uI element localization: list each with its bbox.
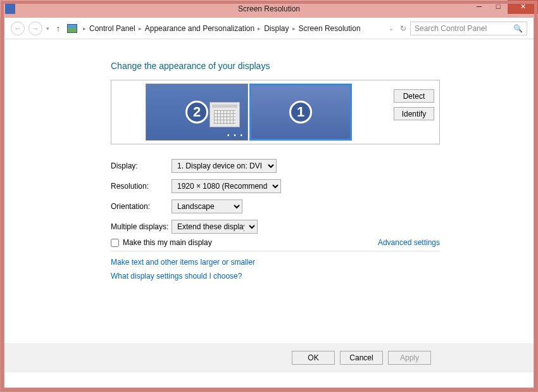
checkbox-input[interactable] [111, 239, 119, 247]
maximize-button[interactable]: □ [489, 0, 508, 14]
search-icon: 🔍 [513, 24, 523, 33]
divider [111, 251, 440, 251]
monitor-1[interactable]: 1 [249, 84, 352, 141]
apply-button[interactable]: Apply [388, 351, 431, 365]
identify-button[interactable]: Identify [394, 107, 434, 120]
detect-button[interactable]: Detect [394, 89, 434, 103]
resolution-select[interactable]: 1920 × 1080 (Recommended) [172, 179, 281, 193]
orientation-select[interactable]: Landscape [172, 199, 242, 213]
monitor-number: 2 [185, 101, 208, 123]
display-label: Display: [111, 161, 172, 170]
main-display-checkbox[interactable]: Make this my main display [111, 238, 212, 247]
search-input[interactable]: Search Control Panel 🔍 [410, 22, 527, 35]
history-dropdown-icon[interactable]: ▾ [46, 25, 49, 32]
monitor-number: 1 [289, 101, 312, 123]
dots-icon: • • • [227, 132, 244, 139]
crumb-item[interactable]: Appearance and Personalization [145, 24, 254, 33]
page-heading: Change the appearance of your displays [111, 61, 483, 71]
chevron-right-icon: ▸ [81, 25, 88, 32]
ok-button[interactable]: OK [292, 351, 335, 365]
orientation-label: Orientation: [111, 202, 172, 211]
help-link[interactable]: What display settings should I choose? [111, 272, 483, 281]
toolbar: ← → ▾ ↑ ▸ Control Panel ▸ Appearance and… [4, 18, 534, 39]
window-thumbnail-icon [210, 102, 240, 127]
multiple-displays-label: Multiple displays: [111, 222, 172, 231]
search-placeholder: Search Control Panel [415, 24, 487, 33]
breadcrumb[interactable]: ▸ Control Panel ▸ Appearance and Persona… [81, 24, 406, 33]
display-preview: 2 • • • 1 Detect Identify [111, 80, 440, 144]
chevron-right-icon: ▸ [137, 25, 144, 32]
control-panel-icon [67, 24, 77, 33]
cancel-button[interactable]: Cancel [340, 351, 383, 365]
forward-button[interactable]: → [28, 22, 42, 35]
crumb-item[interactable]: Screen Resolution [299, 24, 361, 33]
checkbox-label: Make this my main display [123, 238, 212, 247]
minimize-button[interactable]: ─ [470, 0, 489, 14]
up-button[interactable]: ↑ [53, 23, 63, 34]
text-size-link[interactable]: Make text and other items larger or smal… [111, 258, 483, 267]
chevron-right-icon: ▸ [291, 25, 297, 32]
crumb-item[interactable]: Display [264, 24, 289, 33]
multiple-displays-select[interactable]: Extend these displays [172, 220, 258, 234]
advanced-settings-link[interactable]: Advanced settings [378, 238, 440, 247]
chevron-right-icon: ▸ [256, 25, 263, 32]
resolution-label: Resolution: [111, 182, 172, 191]
refresh-icon[interactable]: ↻ [400, 24, 406, 33]
window-title: Screen Resolution [238, 4, 300, 13]
monitor-2[interactable]: 2 • • • [146, 84, 248, 141]
crumb-item[interactable]: Control Panel [89, 24, 135, 33]
address-dropdown-icon[interactable]: ⌄ [389, 25, 394, 32]
title-bar: Screen Resolution ─ □ ✕ [0, 0, 538, 18]
back-button[interactable]: ← [11, 22, 25, 35]
display-select[interactable]: 1. Display device on: DVI [172, 159, 277, 173]
footer: OK Cancel Apply [4, 343, 534, 372]
app-icon [5, 4, 15, 14]
close-button[interactable]: ✕ [508, 0, 538, 14]
